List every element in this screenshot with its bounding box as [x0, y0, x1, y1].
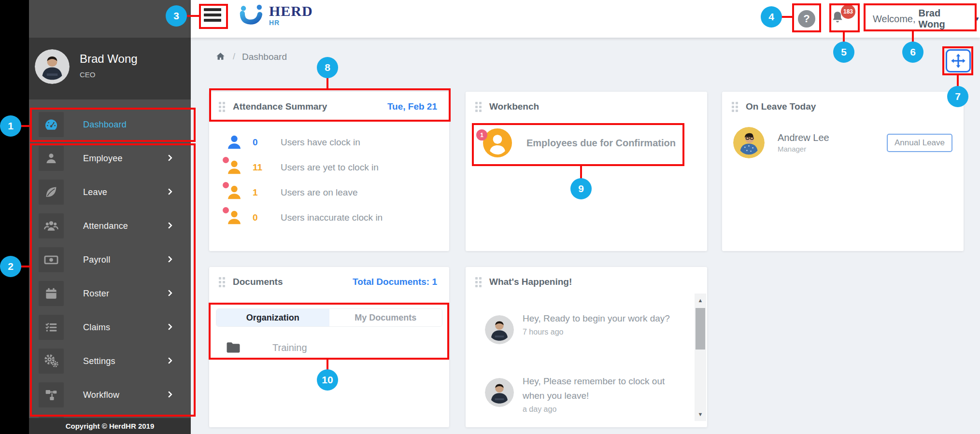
annotation-badge-6: 6: [902, 42, 923, 63]
banknote-icon: [39, 247, 64, 272]
attendance-label: Users are yet to clock in: [281, 162, 379, 173]
dashboard-gauge-icon: [39, 112, 64, 137]
annotation-badge-1: 1: [0, 115, 21, 137]
sidebar-item-attendance[interactable]: Attendance: [29, 209, 191, 243]
sidebar-item-roster[interactable]: Roster: [29, 277, 191, 310]
workbench-card: Workbench 1 Employees due for Confirmati…: [466, 92, 707, 251]
home-icon[interactable]: [215, 51, 226, 62]
herdhr-logo: HERD HR: [239, 4, 313, 27]
drag-handle-icon[interactable]: [732, 102, 739, 112]
attendance-date: Tue, Feb 21: [387, 101, 437, 112]
chevron-right-icon: [166, 188, 172, 195]
logo-smile-icon: [239, 4, 264, 27]
feed-scrollbar[interactable]: ▲ ▼: [695, 294, 706, 421]
documents-card-header: Documents Total Documents: 1: [209, 267, 449, 297]
card-title: On Leave Today: [746, 101, 816, 112]
breadcrumb-current[interactable]: Dashboard: [242, 52, 287, 62]
sidebar-item-leave[interactable]: Leave: [29, 175, 191, 209]
attendance-label: Users inaccurate clock in: [281, 212, 383, 223]
sidebar-item-label: Leave: [83, 187, 107, 197]
attendance-label: Users have clock in: [281, 137, 360, 148]
group-icon: [39, 213, 64, 238]
profile-role: CEO: [80, 70, 96, 79]
welcome-prefix: Welcome,: [873, 14, 916, 25]
sidebar-item-employee[interactable]: Employee: [29, 141, 191, 175]
scroll-down-icon[interactable]: ▼: [695, 411, 706, 417]
annotation-badge-4: 4: [761, 6, 782, 28]
sidebar-item-claims[interactable]: Claims: [29, 310, 191, 344]
help-icon[interactable]: ?: [798, 10, 815, 28]
sidebar-item-payroll[interactable]: Payroll: [29, 243, 191, 277]
card-title: Attendance Summary: [233, 101, 327, 112]
user-orange-flag-icon: [225, 158, 244, 177]
attendance-count: 0: [253, 212, 281, 223]
card-title: Workbench: [489, 101, 539, 112]
drag-handle-icon[interactable]: [475, 277, 483, 287]
folder-row-training[interactable]: Training: [223, 339, 307, 356]
leaf-icon: [39, 180, 64, 205]
drag-handle-icon[interactable]: [475, 102, 483, 112]
chevron-right-icon: [166, 222, 172, 229]
sidebar-item-label: Claims: [83, 322, 110, 333]
whats-happening-card: What's Happening! Hey, Ready to begin yo…: [466, 267, 707, 427]
post-time: a day ago: [523, 405, 682, 414]
avatar: [485, 315, 514, 344]
user-blue-icon: [225, 133, 244, 152]
attendance-row-on-leave: 1 Users are on leave: [225, 183, 357, 202]
logo-sub: HR: [269, 19, 313, 26]
attendance-count: 0: [253, 137, 281, 148]
chevron-right-icon: [166, 391, 172, 398]
annotation-badge-5: 5: [833, 42, 854, 63]
drag-handle-icon[interactable]: [219, 102, 226, 112]
hamburger-menu-icon[interactable]: [204, 8, 221, 25]
sidebar-item-dashboard[interactable]: Dashboard: [29, 108, 191, 141]
sidebar-item-label: Employee: [83, 154, 123, 164]
sidebar-item-label: Roster: [83, 289, 109, 299]
alert-dot: [223, 182, 229, 188]
post-time: 7 hours ago: [523, 328, 682, 336]
employee-orange-avatar-icon: 1: [483, 128, 512, 157]
user-orange-flag-icon: [225, 208, 244, 227]
sidebar-copyright: Copyright © HerdHR 2019: [29, 418, 191, 434]
user-menu[interactable]: Welcome, Brad Wong ▼: [873, 0, 980, 38]
post-text: Hey, Please remember to clock out when y…: [523, 374, 682, 403]
chevron-down-icon: ▼: [974, 15, 980, 22]
profile-panel: Brad Wong CEO: [29, 38, 191, 99]
card-title: What's Happening!: [489, 277, 572, 287]
notifications-button[interactable]: 183: [829, 10, 858, 34]
sidebar-item-settings[interactable]: Settings: [29, 344, 191, 378]
profile-name: Brad Wong: [80, 52, 138, 66]
post-text: Hey, Ready to begin your work day?: [523, 311, 682, 326]
whats-happening-card-header: What's Happening!: [466, 267, 707, 297]
gears-icon: [39, 349, 64, 374]
left-matte: [0, 0, 29, 434]
folder-icon: [223, 339, 243, 356]
count-badge: 1: [476, 129, 487, 140]
sidebar-menu: Dashboard Employee Leave: [29, 108, 191, 434]
sidebar-item-workflow[interactable]: Workflow: [29, 378, 191, 412]
attendance-card-header: Attendance Summary Tue, Feb 21: [209, 92, 449, 122]
workbench-item-confirmation[interactable]: 1 Employees due for Confirmation: [483, 128, 676, 157]
sidebar-item-label: Attendance: [83, 221, 128, 231]
sidebar-item-label: Workflow: [83, 390, 119, 400]
card-title: Documents: [233, 277, 283, 287]
scroll-up-icon[interactable]: ▲: [695, 297, 706, 303]
user-orange-flag-icon: [225, 183, 244, 202]
rearrange-widgets-button[interactable]: [946, 49, 971, 72]
scrollbar-thumb[interactable]: [696, 308, 705, 350]
move-arrows-icon: [950, 53, 966, 69]
on-leave-card-header: On Leave Today: [722, 92, 964, 122]
workbench-card-header: Workbench: [466, 92, 707, 122]
chevron-right-icon: [166, 323, 172, 330]
leave-type-chip: Annual Leave: [887, 134, 952, 152]
tab-my-documents[interactable]: My Documents: [329, 309, 442, 326]
checklist-icon: [39, 315, 64, 340]
folder-name: Training: [272, 342, 307, 353]
person-name: Andrew Lee: [778, 132, 829, 143]
attendance-row-clocked-in: 0 Users have clock in: [225, 133, 360, 152]
herdhr-dashboard-page: Brad Wong CEO Dashboard Employee: [0, 0, 980, 434]
main-content: / Dashboard Attendance Summary Tue, Feb …: [191, 38, 980, 434]
tab-organization[interactable]: Organization: [216, 309, 329, 326]
avatar: [485, 378, 514, 407]
drag-handle-icon[interactable]: [219, 277, 226, 287]
